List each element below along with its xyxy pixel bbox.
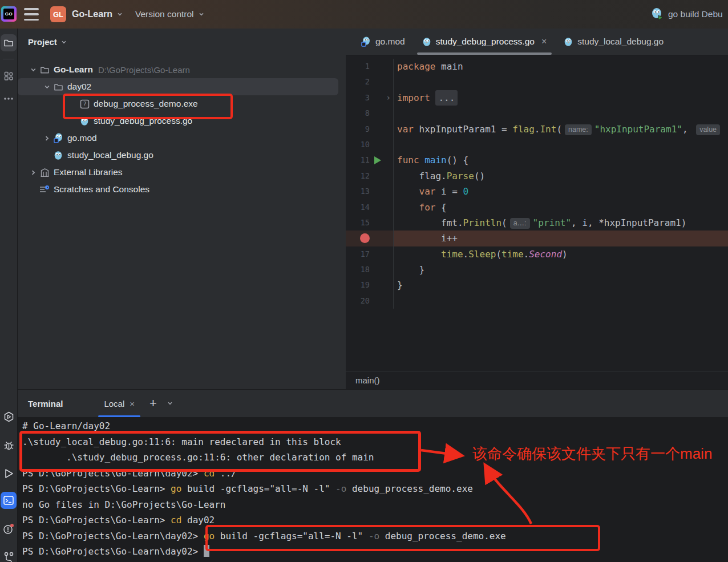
breadcrumb-item[interactable]: main() [355,375,380,385]
terminal-output[interactable]: # Go-Learn/day02.\study_local_debug.go:1… [18,417,728,562]
chevron-right-icon[interactable] [27,169,39,176]
terminal-icon[interactable] [1,492,17,509]
debug-icon[interactable] [1,436,17,454]
editor-tab-go-mod[interactable]: go.mod [353,29,414,55]
gutter[interactable]: 18 [346,262,394,277]
gutter[interactable]: 14 [346,200,394,215]
project-name: Go-Learn [72,9,112,19]
line-number: 3 [346,90,370,106]
problems-icon[interactable] [1,520,17,537]
services-icon[interactable] [1,408,17,425]
go-icon [79,116,90,126]
gutter[interactable]: 17 [346,246,394,262]
run-icon[interactable] [1,465,17,482]
line-number: 11 [346,152,370,168]
editor-tab-study-local-debug-go[interactable]: study_local_debug.go [555,29,672,55]
gutter[interactable]: 10 [346,137,394,152]
project-folder-icon[interactable] [1,34,17,51]
structure-icon[interactable] [1,67,17,84]
code-line[interactable]: 10 [346,137,728,152]
line-number: 18 [346,262,370,277]
project-badge[interactable]: GL [50,6,66,22]
folded-region: ... [435,90,458,106]
code-line[interactable]: 2 [346,74,728,90]
project-panel-header[interactable]: Project [28,37,67,47]
tree-item-label: study_local_debug.go [67,150,153,160]
code-text: flag.Parse() [394,168,485,184]
close-icon[interactable]: × [130,399,135,409]
project-switcher[interactable]: Go-Learn [72,0,123,29]
line-number: 13 [346,184,370,199]
folder-icon [53,82,63,92]
close-icon[interactable]: × [541,37,547,47]
main-menu-icon[interactable] [24,8,39,21]
terminal-line: PS D:\GoProjects\Go-Learn\day02> go buil… [22,528,728,544]
chevron-right-icon[interactable] [41,135,53,141]
code-line[interactable]: 3›import ... [346,90,728,106]
code-line[interactable]: 1package main [346,59,728,74]
code-line[interactable]: 19} [346,277,728,293]
run-config-label: go build Debu [668,9,723,19]
code-text [394,293,397,309]
new-terminal-icon[interactable]: + [149,397,157,410]
code-line[interactable]: 9var hxpInputParam1 = flag.Int(name:"hxp… [346,122,728,137]
code-line[interactable]: 14 for { [346,200,728,215]
gutter[interactable]: 11 [346,152,394,168]
gutter[interactable]: 13 [346,184,394,199]
code-line[interactable]: 13 var i = 0 [346,184,728,199]
inlay-hint: name: [565,124,592,135]
code-editor[interactable]: 1package main23›import ...89var hxpInput… [346,55,728,371]
gutter[interactable]: 19 [346,277,394,293]
tree-item-go-mod[interactable]: go.mod [18,130,346,147]
version-control-widget[interactable]: Version control [135,0,204,29]
go-icon [564,37,573,47]
chevron-down-icon[interactable] [41,84,53,90]
tab-label: study_debug_process.go [436,37,535,47]
code-line[interactable]: 18 } [346,262,728,277]
terminal-tab-local[interactable]: Local × [98,390,140,417]
code-line[interactable]: 12 flag.Parse() [346,168,728,184]
chevron-down-icon[interactable] [27,67,39,73]
editor-tab-bar: go.modstudy_debug_process.go×study_local… [346,29,728,55]
gutter[interactable]: 1 [346,59,394,74]
gutter[interactable]: 3› [346,90,394,106]
code-text: func main() { [394,152,468,168]
line-number: 20 [346,293,370,309]
editor-tab-study-debug-process-go[interactable]: study_debug_process.go× [414,29,556,55]
line-number: 14 [346,200,370,215]
gutter[interactable]: 12 [346,168,394,184]
tree-item-scratches-and-consoles[interactable]: Scratches and Consoles [18,181,346,198]
code-line[interactable]: 8 [346,106,728,121]
chevron-down-icon[interactable] [167,401,173,406]
tree-item-debug-process-demo-exe[interactable]: ?debug_process_demo.exe [18,95,346,112]
gutter[interactable]: 9 [346,122,394,137]
tree-item-day02[interactable]: day02 [18,78,338,95]
line-number: 17 [346,246,370,262]
gutter[interactable]: 15 [346,215,394,231]
tree-item-study-local-debug-go[interactable]: study_local_debug.go [18,147,346,164]
code-line[interactable]: 15 fmt.Println(a…:"print", i, *hxpInputP… [346,215,728,231]
gutter[interactable]: 2 [346,74,394,90]
tree-item-go-learn[interactable]: Go-LearnD:\GoProjects\Go-Learn [18,61,346,78]
gutter[interactable]: 8 [346,106,394,121]
tree-item-external-libraries[interactable]: External Libraries [18,164,346,181]
code-line[interactable]: 11func main() { [346,152,728,168]
version-control-icon[interactable] [1,549,17,562]
code-line[interactable]: 17 time.Sleep(time.Second) [346,246,728,262]
run-configuration-widget[interactable]: go build Debu [651,0,728,29]
code-line-breakpoint[interactable]: i++ [346,231,728,246]
breakpoint-icon[interactable] [360,233,370,243]
code-line[interactable]: 20 [346,293,728,309]
terminal-line: # Go-Learn/day02 [22,418,728,434]
fold-chevron-icon[interactable]: › [386,90,391,106]
tool-window-stripe [0,29,18,562]
gutter[interactable]: 20 [346,293,394,309]
gutter[interactable] [346,231,394,246]
tree-item-label: study_debug_process.go [94,116,192,126]
folder-icon [39,64,50,75]
terminal-line: no Go files in D:\GoProjects\Go-Learn [22,497,728,513]
tree-item-study-debug-process-go[interactable]: study_debug_process.go [18,112,346,130]
goland-logo-icon[interactable]: GO [1,6,17,22]
more-tool-windows-icon[interactable] [1,90,17,107]
run-main-icon[interactable] [374,156,381,164]
